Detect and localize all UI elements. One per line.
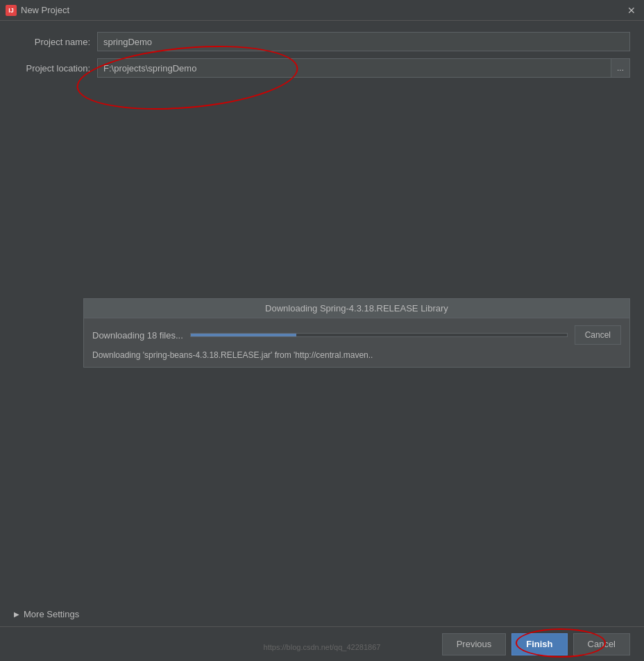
previous-button[interactable]: Previous [442, 633, 507, 655]
download-progress-row: Downloading 18 files... Cancel [92, 325, 621, 345]
window-title: New Project [21, 5, 69, 15]
finish-button[interactable]: Finish [511, 633, 567, 655]
download-detail-text: Downloading 'spring-beans-4.3.18.RELEASE… [92, 350, 621, 360]
browse-button[interactable]: ... [611, 58, 630, 78]
download-panel: Downloading Spring-4.3.18.RELEASE Librar… [83, 298, 630, 368]
progress-bar-fill [191, 334, 296, 336]
download-cancel-button[interactable]: Cancel [575, 325, 621, 345]
progress-bar-container [190, 333, 568, 337]
cancel-button[interactable]: Cancel [573, 633, 630, 655]
watermark: https://blog.csdn.net/qq_42281867 [264, 643, 381, 651]
download-panel-body: Downloading 18 files... Cancel Downloadi… [84, 318, 629, 367]
more-settings-arrow-icon: ▶ [14, 610, 19, 618]
project-name-input[interactable] [97, 32, 630, 51]
project-location-row: Project location: ... [14, 58, 630, 78]
download-status-text: Downloading 18 files... [92, 330, 183, 341]
project-location-input[interactable] [97, 58, 611, 78]
project-name-label: Project name: [14, 37, 97, 47]
close-button[interactable]: ✕ [625, 3, 638, 17]
download-panel-header: Downloading Spring-4.3.18.RELEASE Librar… [84, 299, 629, 318]
more-settings[interactable]: ▶ More Settings [0, 602, 644, 626]
title-bar: IJ New Project ✕ [0, 0, 644, 21]
project-name-row: Project name: [14, 32, 630, 51]
project-location-label: Project location: [14, 63, 97, 74]
project-location-field-group: ... [97, 58, 630, 78]
more-settings-label: More Settings [24, 609, 79, 619]
bottom-bar: Previous Finish Cancel https://blog.csdn… [0, 626, 644, 661]
app-icon: IJ [6, 5, 17, 16]
main-content: Project name: Project location: ... Down… [0, 21, 644, 626]
